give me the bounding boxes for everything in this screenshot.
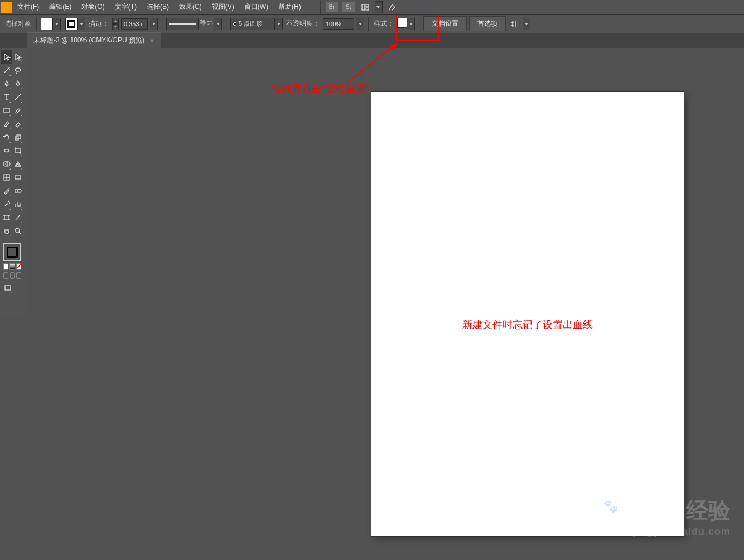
- artboard-canvas[interactable]: 新建文件时忘记了设置出血线: [371, 92, 684, 536]
- gradient-tool[interactable]: [12, 171, 23, 184]
- brush-dropdown[interactable]: [275, 18, 283, 30]
- screen-mode-tool[interactable]: [2, 281, 13, 295]
- none-swatch[interactable]: [16, 263, 21, 270]
- opacity-dropdown[interactable]: [356, 18, 364, 30]
- menu-object[interactable]: 对象(O): [78, 0, 108, 14]
- menu-type[interactable]: 文字(T): [111, 0, 141, 14]
- style-label: 样式：: [374, 19, 394, 28]
- toolbox-panel: T: [0, 48, 25, 316]
- curvature-tool[interactable]: [12, 77, 23, 90]
- paintbrush-tool[interactable]: [12, 104, 23, 117]
- slice-tool[interactable]: [12, 211, 23, 224]
- column-graph-tool[interactable]: [12, 197, 23, 211]
- line-tool[interactable]: [12, 90, 23, 104]
- style-well[interactable]: [397, 18, 407, 28]
- pen-tool[interactable]: [1, 77, 12, 90]
- tab-close-icon[interactable]: ×: [150, 37, 154, 45]
- svg-rect-1: [366, 4, 369, 7]
- type-tool[interactable]: T: [1, 90, 12, 104]
- fill-color-well[interactable]: [41, 18, 53, 30]
- color-mode-swatches[interactable]: [3, 263, 21, 270]
- width-tool[interactable]: [1, 144, 12, 157]
- svg-rect-4: [4, 108, 9, 113]
- eyedropper-tool[interactable]: [1, 184, 12, 197]
- draw-normal-icon[interactable]: [3, 272, 8, 279]
- eraser-tool[interactable]: [12, 117, 23, 131]
- gradient-swatch[interactable]: [9, 263, 15, 270]
- menu-help[interactable]: 帮助(H): [274, 0, 305, 14]
- svg-point-17: [15, 228, 20, 233]
- draw-behind-icon[interactable]: [10, 272, 15, 279]
- hand-tool[interactable]: [1, 224, 12, 238]
- blend-tool[interactable]: [12, 184, 23, 197]
- symbol-sprayer-tool[interactable]: [1, 197, 12, 211]
- lasso-tool[interactable]: [12, 64, 23, 77]
- style-dropdown[interactable]: [407, 18, 415, 30]
- align-dropdown[interactable]: [523, 18, 530, 30]
- stock-icon[interactable]: St: [342, 2, 355, 12]
- fill-dropdown[interactable]: [53, 18, 61, 30]
- svg-rect-14: [15, 190, 18, 192]
- svg-point-15: [18, 189, 21, 192]
- document-tab-bar: 未标题-3 @ 100% (CMYK/GPU 预览) ×: [0, 33, 744, 48]
- menu-window[interactable]: 窗口(W): [240, 0, 272, 14]
- watermark-line1: 🐾Baidu 经验: [603, 498, 731, 523]
- fill-stroke-indicator[interactable]: [3, 243, 21, 261]
- arrange-dropdown[interactable]: [375, 1, 383, 13]
- gpu-icon[interactable]: [386, 2, 398, 12]
- scale-tool[interactable]: [12, 131, 23, 144]
- svg-rect-18: [5, 286, 11, 290]
- artboard-tool[interactable]: [1, 211, 12, 224]
- shaper-tool[interactable]: [1, 117, 12, 131]
- color-swatch[interactable]: [3, 263, 8, 270]
- draw-inside-icon[interactable]: [16, 272, 21, 279]
- opacity-input[interactable]: [323, 18, 354, 30]
- menu-select[interactable]: 选择(S): [143, 0, 173, 14]
- rectangle-tool[interactable]: [1, 104, 12, 117]
- document-tab[interactable]: 未标题-3 @ 100% (CMYK/GPU 预览) ×: [27, 32, 161, 48]
- direct-select-tool[interactable]: [12, 50, 23, 64]
- stroke-profile-preview: [166, 18, 199, 30]
- svg-rect-2: [366, 8, 369, 10]
- watermark: 🐾Baidu 经验 jingyan.baidu.com: [603, 495, 731, 538]
- perspective-tool[interactable]: [12, 157, 23, 171]
- menu-view[interactable]: 视图(V): [208, 0, 238, 14]
- rotate-tool[interactable]: [1, 131, 12, 144]
- svg-rect-16: [4, 215, 9, 220]
- menu-effect[interactable]: 效果(C): [175, 0, 206, 14]
- mesh-tool[interactable]: [1, 171, 12, 184]
- options-bar: 选择对象 描边： ▲▼ 等比 5 点圆形 不透明度： 样式： 文档设置 首选项: [0, 15, 744, 33]
- work-area: T: [0, 48, 744, 560]
- brush-dot-icon: [233, 22, 236, 26]
- arrange-documents-icon[interactable]: [359, 2, 371, 12]
- magic-wand-tool[interactable]: [1, 64, 12, 77]
- uniform-label: 等比: [200, 18, 213, 30]
- separator: [320, 1, 321, 14]
- document-setup-button[interactable]: 文档设置: [423, 16, 467, 31]
- zoom-tool[interactable]: [12, 224, 23, 238]
- variable-width-dropdown[interactable]: [214, 18, 222, 30]
- stroke-stepper[interactable]: ▲▼: [112, 18, 119, 30]
- menu-edit[interactable]: 编辑(E): [45, 0, 75, 14]
- shape-builder-tool[interactable]: [1, 157, 12, 171]
- tab-title: 未标题-3 @ 100% (CMYK/GPU 预览): [33, 36, 144, 45]
- svg-rect-7: [16, 148, 20, 153]
- color-section: [1, 241, 23, 296]
- bridge-icon[interactable]: Br: [326, 2, 338, 12]
- selection-tool[interactable]: [1, 50, 12, 64]
- opacity-label: 不透明度：: [286, 19, 320, 28]
- menu-bar: 文件(F) 编辑(E) 对象(O) 文字(T) 选择(S) 效果(C) 视图(V…: [0, 0, 744, 15]
- free-transform-tool[interactable]: [12, 144, 23, 157]
- align-icon[interactable]: [508, 18, 520, 30]
- stroke-label: 描边：: [89, 19, 109, 28]
- menu-file[interactable]: 文件(F): [13, 0, 43, 14]
- svg-rect-13: [15, 176, 21, 179]
- brush-profile-label: 5 点圆形: [239, 20, 262, 28]
- paw-icon: 🐾: [603, 499, 618, 513]
- stroke-dropdown[interactable]: [78, 18, 85, 30]
- stroke-weight-input[interactable]: [121, 18, 148, 30]
- instruction-annotation-text: 找到并点击“文档设置”: [272, 83, 370, 95]
- stroke-color-well[interactable]: [65, 18, 78, 30]
- preferences-button[interactable]: 首选项: [469, 16, 506, 31]
- stroke-weight-dropdown[interactable]: [150, 18, 158, 30]
